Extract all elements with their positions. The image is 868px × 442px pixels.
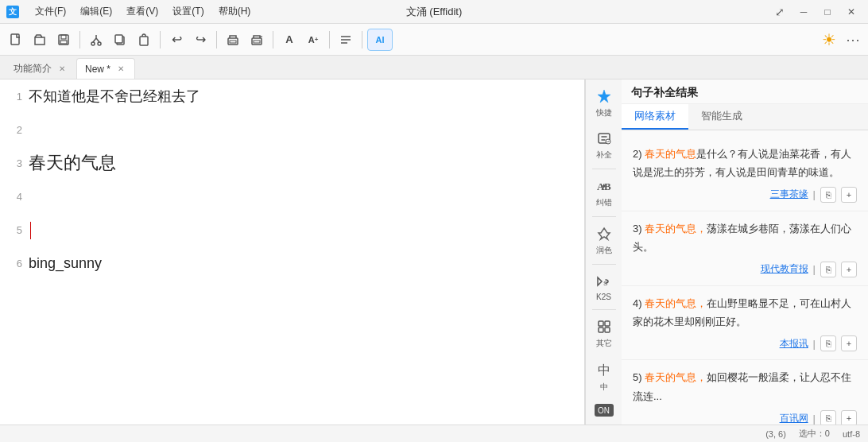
editor-line-4: 4 (0, 180, 584, 213)
sidebar-tabs: 网络素材 智能生成 (622, 104, 868, 130)
insert-result-4[interactable]: + (841, 335, 857, 351)
undo-button[interactable]: ↩ (165, 29, 188, 51)
copy-button[interactable] (109, 29, 131, 51)
tool-on[interactable]: ON (589, 399, 619, 421)
line-text-5 (29, 219, 584, 242)
tool-other[interactable]: 其它 (589, 313, 619, 354)
tool-sep-1 (592, 169, 616, 169)
tool-correct-label: 纠错 (596, 197, 612, 208)
menu-view[interactable]: 查看(V) (120, 3, 165, 20)
menu-file[interactable]: 文件(F) (29, 3, 72, 20)
line-text-3: 春天的气息 (29, 149, 584, 176)
line-text-6: bing_sunny (29, 252, 584, 275)
tab-intro-label: 功能简介 (14, 62, 52, 76)
result-item-5: 5) 春天的气息，如回樱花一般温柔，让人忍不住流连... 百讯网 | ⎘ + (622, 360, 868, 425)
editor-area[interactable]: 1 不知道他是不舍已经粗去了 2 3 春天的气息 4 5 (0, 79, 585, 425)
source-link-2[interactable]: 三事茶缘 (770, 188, 808, 201)
sidebar-tab-web[interactable]: 网络素材 (622, 104, 688, 130)
copy-result-5[interactable]: ⎘ (820, 410, 836, 425)
copy-result-4[interactable]: ⎘ (820, 335, 836, 351)
menu-settings[interactable]: 设置(T) (166, 3, 210, 20)
tool-polish[interactable]: 润色 (589, 220, 619, 261)
tool-quick[interactable]: 快捷 (589, 83, 619, 123)
source-link-3[interactable]: 现代教育报 (761, 262, 808, 276)
copy-result-2[interactable]: ⎘ (820, 187, 836, 203)
status-bar: (3, 6) 选中：0 utf-8 (0, 425, 868, 442)
result-source-4: 本报讯 | ⎘ + (633, 335, 857, 351)
tool-other-label: 其它 (596, 338, 612, 349)
tool-k2s[interactable]: S K2S (589, 268, 619, 306)
complete-icon (595, 130, 613, 147)
font-large-button[interactable]: A+ (302, 29, 324, 51)
menu-help[interactable]: 帮助(H) (212, 3, 258, 20)
tab-intro[interactable]: 功能简介 ✕ (5, 58, 76, 79)
editor-line-3: 3 春天的气息 (0, 146, 584, 180)
open-file-button[interactable] (29, 29, 51, 51)
app-icon: 文 (6, 6, 19, 18)
tab-intro-close[interactable]: ✕ (56, 64, 68, 75)
result-highlight-5: 春天的气息， (645, 371, 707, 383)
align-button[interactable] (335, 29, 357, 51)
editor-content[interactable]: 1 不知道他是不舍已经粗去了 2 3 春天的气息 4 5 (0, 79, 584, 425)
sep4 (273, 31, 273, 48)
sidebar-tab-ai[interactable]: 智能生成 (688, 104, 755, 130)
print1-button[interactable] (222, 29, 244, 51)
tool-chinese[interactable]: 中 中 (589, 357, 619, 397)
tab-bar: 功能简介 ✕ New * ✕ (0, 56, 868, 79)
sidebar-content[interactable]: 2) 春天的气息是什么？有人说是油菜花香，有人说是泥土的芬芳，有人说是田间青草的… (622, 130, 868, 425)
svg-rect-25 (605, 321, 610, 326)
svg-rect-10 (230, 41, 236, 43)
tool-polish-label: 润色 (596, 245, 612, 256)
status-position: (3, 6) (765, 429, 786, 439)
result-text-2: 2) 春天的气息是什么？有人说是油菜花香，有人说是泥土的芬芳，有人说是田间青草的… (633, 145, 857, 182)
maximize-button[interactable]: □ (817, 4, 838, 20)
tool-complete[interactable]: 补全 (589, 125, 619, 165)
paste-button[interactable] (133, 29, 155, 51)
line-num-6: 6 (6, 258, 29, 269)
result-source-5: 百讯网 | ⎘ + (633, 410, 857, 425)
insert-result-5[interactable]: + (841, 410, 857, 425)
menu-edit[interactable]: 编辑(E) (74, 3, 118, 20)
title-bar-left: 文 文件(F) 编辑(E) 查看(V) 设置(T) 帮助(H) (6, 3, 257, 20)
source-link-4[interactable]: 本报讯 (780, 337, 808, 351)
line-text-1: 不知道他是不舍已经粗去了 (29, 85, 584, 108)
correct-icon: A B (595, 177, 613, 195)
tab-new[interactable]: New * ✕ (76, 58, 135, 79)
ai-button[interactable]: AI (367, 29, 393, 51)
right-tools: 快捷 补全 A B 纠错 润色 (585, 79, 622, 425)
chinese-icon: 中 (595, 362, 613, 379)
restore-button[interactable]: ⤢ (769, 4, 790, 20)
line-num-2: 2 (6, 124, 29, 136)
tab-new-close[interactable]: ✕ (115, 64, 126, 75)
source-link-5[interactable]: 百讯网 (780, 412, 808, 425)
tab-new-label: New * (85, 64, 110, 75)
tool-sep-2 (592, 216, 616, 217)
result-num-3: 3) (633, 223, 645, 235)
insert-result-3[interactable]: + (841, 262, 857, 277)
insert-result-2[interactable]: + (841, 187, 857, 203)
cut-button[interactable] (85, 29, 107, 51)
theme-sun-icon[interactable]: ☀ (817, 30, 841, 49)
status-encoding: utf-8 (843, 429, 860, 439)
save-file-button[interactable] (52, 29, 75, 51)
result-text-4: 4) 春天的气息，在山野里略显不足，可在山村人家的花木里却刚刚正好。 (633, 294, 857, 332)
redo-button[interactable]: ↪ (189, 29, 211, 51)
svg-rect-24 (599, 321, 603, 326)
line-num-1: 1 (6, 91, 29, 103)
polish-icon (595, 225, 613, 242)
result-item-2: 2) 春天的气息是什么？有人说是油菜花香，有人说是泥土的芬芳，有人说是田间青草的… (622, 137, 868, 211)
more-options-icon[interactable]: ⋯ (843, 31, 863, 48)
sep2 (160, 31, 161, 48)
window-controls: ⤢ ─ □ ✕ (769, 4, 862, 20)
result-highlight-4: 春天的气息， (645, 297, 707, 309)
minimize-button[interactable]: ─ (793, 4, 814, 20)
on-icon: ON (595, 404, 614, 417)
print2-button[interactable] (246, 29, 268, 51)
toolbar: ↩ ↪ A A+ AI ☀ ⋯ (0, 24, 868, 56)
new-file-button[interactable] (5, 29, 27, 51)
copy-result-3[interactable]: ⎘ (820, 262, 836, 277)
tool-correct[interactable]: A B 纠错 (589, 173, 619, 213)
quick-icon (595, 87, 613, 105)
font-small-button[interactable]: A (278, 29, 300, 51)
close-button[interactable]: ✕ (841, 4, 862, 20)
